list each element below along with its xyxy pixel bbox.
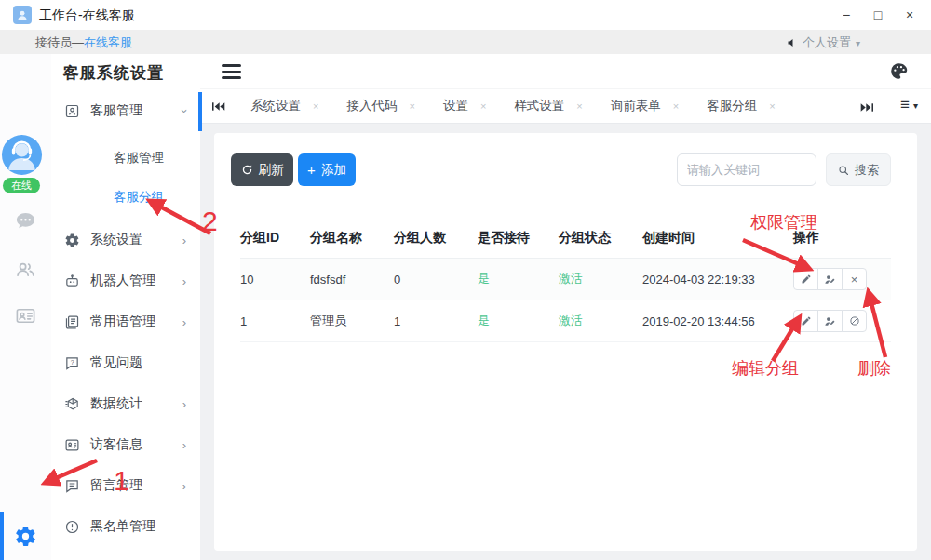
plus-icon: + [307,162,316,178]
menu-item-label: 常用语管理 [90,313,155,330]
tab-system-settings[interactable]: 系统设置× [250,98,318,114]
gear-icon [63,232,80,248]
submenu-item-agent-management[interactable]: 客服管理 [51,144,200,172]
edit-group-button[interactable] [793,268,818,290]
header-group-id: 分组ID [240,230,310,247]
maximize-button[interactable]: □ [862,0,894,30]
tab-access-code[interactable]: 接入代码× [346,98,414,114]
menu-item-messages[interactable]: 留言管理 › [51,472,200,500]
tab-pre-chat-form[interactable]: 询前表单× [611,98,679,114]
search-button[interactable]: 搜索 [826,153,891,186]
menu-item-label: 数据统计 [90,395,142,412]
submenu-item-agent-groups[interactable]: 客服分组 [51,183,200,211]
personal-settings-label: 个人设置 [803,34,851,51]
settings-gear-icon[interactable] [0,525,51,548]
tab-style-settings[interactable]: 样式设置× [514,98,582,114]
content-header [200,54,931,88]
chevron-right-icon: › [182,233,186,247]
pencil-icon [801,273,812,285]
header-group-count: 分组人数 [394,230,478,247]
row-actions: × [793,268,891,290]
header-created-time: 创建时间 [642,230,793,247]
menu-item-common-phrases[interactable]: 常用语管理 › [51,308,200,336]
ban-icon [849,315,860,327]
menu-item-agent-management[interactable]: 客服管理 › [51,97,200,125]
refresh-button[interactable]: 刷新 [231,153,293,186]
chat-icon[interactable] [0,210,51,232]
close-tab-icon[interactable]: × [769,100,775,112]
cell-created-time: 2019-02-20 13:44:56 [642,314,793,328]
close-tab-icon[interactable]: × [576,100,582,112]
main-area: 系统设置× 接入代码× 设置× 样式设置× 询前表单× 客服分组× ≡▾ 刷新 … [200,54,931,560]
menu-item-faq[interactable]: ? 常见问题 [51,349,200,377]
cell-group-id: 1 [240,314,310,328]
chevron-right-icon: › [182,274,186,288]
search-input[interactable] [677,153,816,186]
agent-avatar[interactable] [2,135,42,175]
collapse-menu-icon[interactable] [222,64,241,79]
cell-created-time: 2024-04-03 22:19:33 [642,273,793,287]
tab-list-menu[interactable]: ≡▾ [900,96,918,114]
delete-button[interactable]: × [842,268,867,290]
user-edit-icon [824,273,836,286]
menu-title: 客服系统设置 [63,62,164,84]
visitor-card-icon [63,436,80,453]
add-button[interactable]: + 添加 [298,153,356,186]
icon-rail: 在线 [0,54,52,560]
chevron-right-icon: › [182,438,186,452]
menu-item-label: 客服管理 [90,102,142,119]
table-row: 1 管理员 1 是 激活 2019-02-20 13:44:56 [240,300,891,342]
menu-item-statistics[interactable]: 数据统计 › [51,390,200,418]
cell-group-status: 激活 [559,313,642,329]
cell-group-count: 1 [394,314,478,328]
online-status-badge[interactable]: 在线 [3,178,40,193]
close-tab-icon[interactable]: × [313,100,318,112]
breadcrumb-current[interactable]: 在线客服 [84,35,132,49]
tab-settings[interactable]: 设置× [443,98,486,114]
refresh-icon [241,164,253,176]
close-button[interactable]: × [894,0,925,30]
speaker-icon [787,37,798,48]
scroll-tabs-start-icon[interactable] [212,101,225,112]
content-card: 刷新 + 添加 搜索 分组ID 分组名称 分组人数 是否接待 [214,133,917,551]
header-actions: 操作 [793,230,891,247]
pencil-icon [801,315,812,327]
visitors-icon[interactable] [0,259,51,280]
breadcrumb-prefix: 接待员— [35,35,84,49]
id-card-icon[interactable] [0,305,51,327]
ban-button[interactable] [842,310,867,332]
submenu-item-label-active: 客服分组 [114,189,164,206]
caret-down-icon: ▾ [913,100,918,111]
toolbar: 刷新 + 添加 搜索 [231,153,891,187]
header-group-name: 分组名称 [310,230,394,247]
close-tab-icon[interactable]: × [409,100,414,112]
cell-group-status: 激活 [559,271,642,287]
menu-item-blacklist[interactable]: 黑名单管理 [51,513,200,540]
permission-manage-button[interactable] [817,268,843,290]
table-row: 10 fdsfsdf 0 是 激活 2024-04-03 22:19:33 × [240,259,891,300]
titlebar: 工作台-在线客服 − □ × [0,0,931,31]
minimize-button[interactable]: − [830,0,862,30]
menu-item-label: 系统设置 [90,232,142,248]
agent-badge-icon [63,102,80,119]
close-tab-icon[interactable]: × [480,100,486,112]
edit-group-button[interactable] [793,310,818,332]
permission-manage-button[interactable] [817,310,843,332]
table-header-row: 分组ID 分组名称 分组人数 是否接待 分组状态 创建时间 操作 [240,219,891,259]
groups-table: 分组ID 分组名称 分组人数 是否接待 分组状态 创建时间 操作 10 fdsf… [240,219,891,342]
tab-agent-groups[interactable]: 客服分组× [707,98,775,114]
menu-item-system-settings[interactable]: 系统设置 › [51,226,200,254]
cell-accepting: 是 [478,313,559,329]
phrases-book-icon [63,313,80,330]
personal-settings-menu[interactable]: 个人设置 ▾ [787,34,860,51]
theme-palette-icon[interactable] [889,61,909,85]
menu-item-robot-management[interactable]: 机器人管理 › [51,267,200,295]
cell-group-name: 管理员 [310,313,394,329]
menu-item-visitor-info[interactable]: 访客信息 › [51,431,200,459]
tab-bar: 系统设置× 接入代码× 设置× 样式设置× 询前表单× 客服分组× ≡▾ [200,88,931,124]
close-tab-icon[interactable]: × [673,100,679,112]
active-menu-indicator [198,92,202,131]
header-accepting: 是否接待 [478,230,559,247]
stats-cube-icon [63,395,80,412]
scroll-tabs-end-icon[interactable] [860,100,873,116]
